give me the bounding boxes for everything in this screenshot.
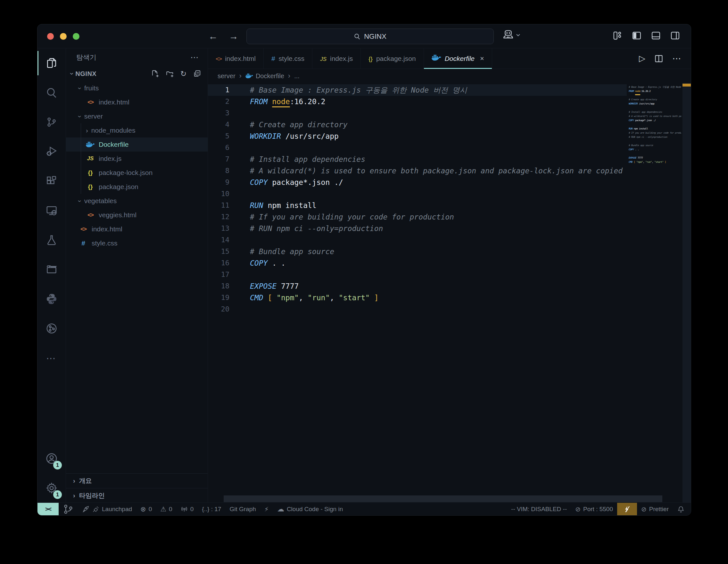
code-line-17[interactable]: 17: [208, 269, 691, 280]
activity-bar-item-more-ellipsis[interactable]: ⋯: [37, 343, 66, 373]
code-line-6[interactable]: 6: [208, 142, 691, 153]
tree-item-index-html[interactable]: <>index.html: [66, 222, 208, 236]
code-line-7[interactable]: 7# Install app dependencies: [208, 153, 691, 165]
run-debug-icon: [46, 146, 57, 157]
tree-item-index-html[interactable]: <>index.html: [66, 95, 208, 109]
activity-bar-item-explorer[interactable]: [37, 48, 66, 78]
activity-bar-item-source-control[interactable]: [37, 107, 66, 137]
tab-style-css[interactable]: #style.css: [264, 48, 312, 69]
tree-item-veggies-html[interactable]: <>veggies.html: [66, 208, 208, 222]
activity-bar-item-accounts[interactable]: 1: [37, 444, 66, 473]
tree-item-package-json[interactable]: {}package.json: [66, 180, 208, 194]
tree-item-package-lock-json[interactable]: {}package-lock.json: [66, 166, 208, 180]
split-editor-icon[interactable]: [654, 54, 663, 63]
code-line-3[interactable]: 3: [208, 107, 691, 119]
lightning-icon: ⚡: [264, 505, 269, 513]
tree-item-dockerfile[interactable]: Dockerfile: [66, 137, 208, 152]
status-item-bell-icon[interactable]: [673, 503, 689, 515]
tree-item-server[interactable]: ›server: [66, 109, 208, 123]
code-line-4[interactable]: 4# Create app directory: [208, 119, 691, 130]
activity-bar-item-git-graph[interactable]: [37, 314, 66, 343]
zoom-window-button[interactable]: [73, 33, 79, 40]
navigate-back-icon[interactable]: ←: [208, 29, 218, 43]
code-line-14[interactable]: 14: [208, 234, 691, 246]
activity-bar-item-run-debug[interactable]: [37, 137, 66, 166]
status-item-source-control-icon[interactable]: [59, 503, 78, 515]
tree-item-fruits[interactable]: ›fruits: [66, 81, 208, 95]
sidebar-section-outline[interactable]: ›개요: [66, 473, 208, 488]
horizontal-scrollbar[interactable]: [224, 495, 662, 502]
activity-bar-item-python[interactable]: [37, 284, 66, 314]
code-line-15[interactable]: 15# Bundle app source: [208, 246, 691, 257]
workspace-section-header[interactable]: › NGINX ↻: [66, 66, 208, 81]
activity-bar-item-remote-explorer[interactable]: [37, 196, 66, 225]
close-tab-icon[interactable]: ×: [480, 54, 484, 63]
status-item-git-graph[interactable]: Git Graph: [225, 503, 260, 515]
status-item-prettier[interactable]: ⊘Prettier: [637, 503, 673, 515]
status-item-port-5500[interactable]: ⊘Port : 5500: [571, 503, 617, 515]
collapse-all-icon[interactable]: [193, 70, 201, 78]
status-item-lightning-icon[interactable]: ⚡: [260, 503, 273, 515]
breadcrumb-item[interactable]: ...: [294, 72, 300, 80]
lightning-slash-button[interactable]: [617, 503, 637, 515]
tree-item-style-css[interactable]: #style.css: [66, 236, 208, 250]
toggle-primary-sidebar-icon[interactable]: [632, 31, 641, 40]
refresh-icon[interactable]: ↻: [180, 70, 186, 78]
code-editor[interactable]: 1# Base Image : Express.js 구동을 위한 Node 버…: [208, 83, 691, 503]
breadcrumb-item[interactable]: server: [218, 72, 236, 80]
close-window-button[interactable]: [47, 33, 54, 40]
remote-indicator[interactable]: ><: [37, 503, 59, 515]
tab-index-js[interactable]: JSindex.js: [312, 48, 361, 69]
code-line-13[interactable]: 13# RUN npm ci --only=production: [208, 223, 691, 234]
tab-package-json[interactable]: {}package.json: [361, 48, 424, 69]
toggle-panel-icon[interactable]: [651, 31, 661, 40]
minimize-window-button[interactable]: [60, 33, 67, 40]
sidebar-more-icon[interactable]: ⋯: [190, 53, 199, 62]
code-line-5[interactable]: 5WORKDIR /usr/src/app: [208, 130, 691, 142]
activity-bar-item-project-folder[interactable]: [37, 255, 66, 284]
code-line-19[interactable]: 19CMD [ "npm", "run", "start" ]: [208, 292, 691, 303]
new-file-icon[interactable]: [151, 70, 159, 78]
code-line-16[interactable]: 16COPY . .: [208, 257, 691, 269]
status-item-0[interactable]: 0: [177, 503, 198, 515]
customize-layout-icon[interactable]: [613, 31, 622, 40]
vertical-scrollbar[interactable]: [683, 83, 691, 503]
code-line-20[interactable]: 20: [208, 303, 691, 315]
code-line-9[interactable]: 9COPY package*.json ./: [208, 177, 691, 188]
run-code-icon[interactable]: ▷: [639, 54, 645, 63]
copilot-icon[interactable]: [503, 30, 514, 40]
breadcrumb[interactable]: server›Dockerfile›...: [208, 69, 691, 83]
code-line-18[interactable]: 18EXPOSE 7777: [208, 280, 691, 292]
status-item-launchpad[interactable]: Launchpad: [78, 503, 136, 515]
status-item-0[interactable]: ⚠0: [156, 503, 176, 515]
status-item-cloud-code-sign-in[interactable]: ☁Cloud Code - Sign in: [273, 503, 347, 515]
code-line-2[interactable]: 2FROM node:16.20.2: [208, 96, 691, 107]
minimap[interactable]: # Base Image : Express.js 구동을 위한 Node 버전…: [627, 83, 691, 503]
code-line-11[interactable]: 11RUN npm install: [208, 200, 691, 211]
activity-bar-item-extensions[interactable]: [37, 166, 66, 196]
tree-item-vegetables[interactable]: ›vegetables: [66, 194, 208, 208]
tab-index-html[interactable]: <>index.html: [208, 48, 264, 69]
tree-item-node-modules[interactable]: ›node_modules: [66, 123, 208, 137]
editor-more-actions-icon[interactable]: ⋯: [672, 53, 682, 64]
command-center-search[interactable]: NGINX: [246, 29, 494, 44]
minimap-line: [629, 139, 681, 143]
new-folder-icon[interactable]: [166, 70, 174, 78]
activity-bar-item-search[interactable]: [37, 78, 66, 107]
code-line-8[interactable]: 8# A wildcard(*) is used to ensure both …: [208, 165, 691, 177]
sidebar-section-timeline[interactable]: ›타임라인: [66, 488, 208, 503]
tab-dockerfile[interactable]: Dockerfile×: [424, 48, 492, 69]
activity-bar-item-testing[interactable]: [37, 225, 66, 255]
code-line-12[interactable]: 12# If you are building your code for pr…: [208, 211, 691, 223]
chevron-down-icon[interactable]: [516, 32, 521, 37]
toggle-secondary-sidebar-icon[interactable]: [670, 31, 680, 40]
code-line-1[interactable]: 1# Base Image : Express.js 구동을 위한 Node 버…: [208, 84, 691, 96]
activity-bar-item-settings[interactable]: 1: [37, 473, 66, 503]
status-item-0[interactable]: ⊗0: [136, 503, 156, 515]
navigate-forward-icon[interactable]: →: [229, 29, 238, 43]
code-line-10[interactable]: 10: [208, 188, 691, 200]
tree-item-index-js[interactable]: JSindex.js: [66, 152, 208, 166]
breadcrumb-item[interactable]: Dockerfile: [245, 72, 284, 80]
status-item--17[interactable]: {..} : 17: [198, 503, 225, 515]
status-item--vim-disabled-[interactable]: -- VIM: DISABLED --: [507, 503, 571, 515]
